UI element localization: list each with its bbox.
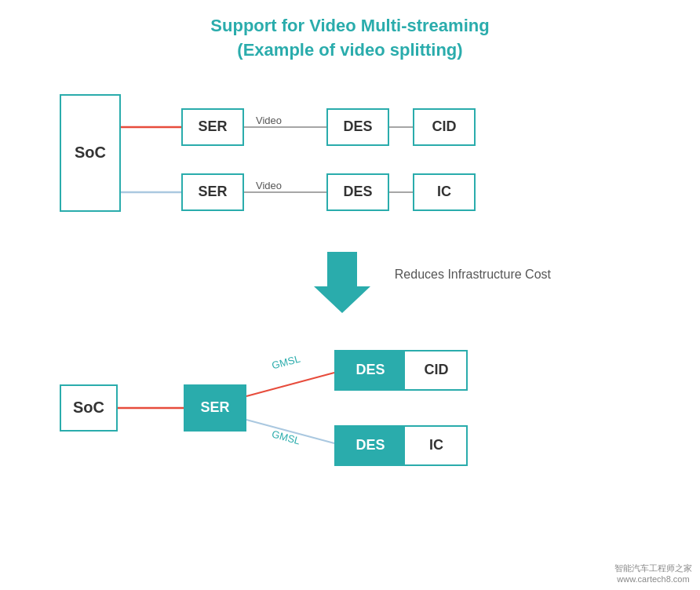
bottom-des1-box: DES bbox=[334, 350, 405, 391]
arrow-label: Reduces Infrastructure Cost bbox=[395, 268, 551, 282]
bottom-des2-box: DES bbox=[334, 425, 405, 466]
video2-label: Video bbox=[256, 180, 282, 191]
top-ic-box: IC bbox=[413, 173, 476, 211]
arrow-shaft bbox=[327, 252, 357, 286]
arrow-head bbox=[314, 286, 370, 313]
top-ser1-label: SER bbox=[198, 118, 227, 135]
bottom-soc-box: SoC bbox=[60, 384, 118, 432]
bottom-diagram: SoC SER GMSL GMSL DES CID DES IC bbox=[44, 322, 656, 502]
top-des2-label: DES bbox=[343, 184, 372, 200]
top-soc-label: SoC bbox=[75, 144, 106, 162]
top-des1-box: DES bbox=[326, 108, 389, 146]
bottom-soc-label: SoC bbox=[73, 399, 104, 417]
bottom-cid-box: CID bbox=[405, 350, 468, 391]
down-arrow: Reduces Infrastructure Cost bbox=[314, 252, 370, 313]
bottom-cid-label: CID bbox=[425, 362, 449, 378]
top-ser2-label: SER bbox=[198, 184, 227, 200]
video1-label: Video bbox=[256, 115, 282, 126]
title-line1: Support for Video Multi-streaming bbox=[210, 14, 489, 38]
svg-line-7 bbox=[246, 373, 334, 396]
page-title: Support for Video Multi-streaming (Examp… bbox=[210, 14, 489, 63]
top-ic-label: IC bbox=[437, 184, 451, 200]
top-diagram-lines bbox=[44, 71, 656, 243]
watermark-line1: 智能汽车工程师之家 bbox=[614, 563, 692, 574]
main-container: Support for Video Multi-streaming (Examp… bbox=[0, 0, 700, 590]
bottom-des2-label: DES bbox=[355, 437, 385, 453]
bottom-diagram-lines bbox=[44, 322, 656, 502]
top-cid-box: CID bbox=[413, 108, 476, 146]
top-ser1-box: SER bbox=[181, 108, 244, 146]
bottom-ic-box: IC bbox=[405, 425, 468, 466]
top-des1-label: DES bbox=[343, 118, 372, 135]
top-des2-box: DES bbox=[326, 173, 389, 211]
bottom-ser-box: SER bbox=[184, 384, 246, 432]
watermark: 智能汽车工程师之家 www.cartech8.com bbox=[614, 563, 692, 584]
bottom-des1-label: DES bbox=[355, 362, 385, 378]
top-soc-box: SoC bbox=[60, 94, 121, 212]
top-ser2-box: SER bbox=[181, 173, 244, 211]
watermark-line2: www.cartech8.com bbox=[614, 574, 692, 584]
arrow-section: Reduces Infrastructure Cost bbox=[44, 243, 656, 322]
gmsl1-label: GMSL bbox=[271, 352, 301, 371]
title-line2: (Example of video splitting) bbox=[210, 38, 489, 63]
bottom-ic-label: IC bbox=[429, 437, 443, 453]
bottom-ser-label: SER bbox=[200, 399, 229, 416]
top-diagram: SoC SER Video DES CID SER Video DES IC bbox=[44, 71, 656, 243]
gmsl2-label: GMSL bbox=[271, 428, 301, 446]
top-cid-label: CID bbox=[432, 118, 457, 135]
